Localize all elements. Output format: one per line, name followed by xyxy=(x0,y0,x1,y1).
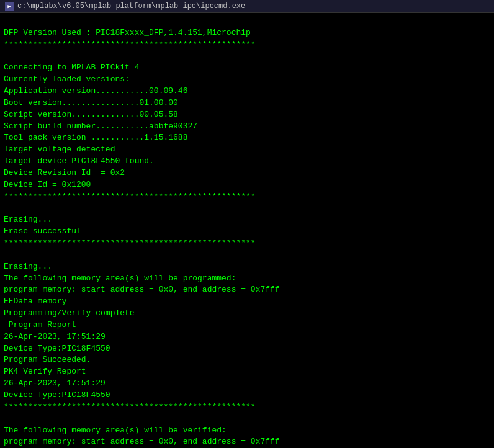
terminal-line: The following memory area(s) will be ver… xyxy=(4,425,490,437)
terminal-line: Device Id = 0x1200 xyxy=(4,179,490,191)
terminal-line-empty xyxy=(4,249,490,261)
terminal-line: Device Type:PIC18F4550 xyxy=(4,390,490,401)
terminal-line: Connecting to MPLAB PICkit 4 xyxy=(4,62,490,74)
terminal-line: Script version..............00.05.58 xyxy=(4,109,490,121)
app-icon: ▶ xyxy=(5,2,14,11)
terminal-line: ****************************************… xyxy=(4,238,490,249)
terminal-line: Device Revision Id = 0x2 xyxy=(4,168,490,179)
terminal-line: Program Succeeded. xyxy=(4,354,490,366)
title-path: c:\mplabx\v6.05\mplab_platform\mplab_ipe… xyxy=(17,2,245,11)
terminal-line: 26-Apr-2023, 17:51:29 xyxy=(4,331,490,343)
terminal-line: Target device PIC18F4550 found. xyxy=(4,156,490,168)
terminal-output: DFP Version Used : PIC18Fxxxx_DFP,1.4.15… xyxy=(0,13,494,446)
terminal-line: ****************************************… xyxy=(4,401,490,413)
terminal-line: Boot version................01.00.00 xyxy=(4,97,490,109)
terminal-line: ****************************************… xyxy=(4,191,490,203)
terminal-line: Erasing... xyxy=(4,214,490,226)
terminal-line: ****************************************… xyxy=(4,39,490,51)
terminal-line: Erase successful xyxy=(4,226,490,238)
terminal-line-empty xyxy=(4,413,490,425)
terminal-line: 26-Apr-2023, 17:51:29 xyxy=(4,378,490,390)
terminal-line: DFP Version Used : PIC18Fxxxx_DFP,1.4.15… xyxy=(4,27,490,39)
terminal-line-empty xyxy=(4,51,490,63)
terminal-line: The following memory area(s) will be pro… xyxy=(4,273,490,285)
terminal-line: PK4 Verify Report xyxy=(4,366,490,378)
terminal-line: Target voltage detected xyxy=(4,144,490,156)
terminal-line: Programming/Verify complete xyxy=(4,308,490,320)
terminal-line: program memory: start address = 0x0, end… xyxy=(4,284,490,296)
terminal-line: EEData memory xyxy=(4,296,490,308)
terminal-line: Script build number...........abbfe90327 xyxy=(4,121,490,133)
terminal-line: Erasing... xyxy=(4,261,490,273)
terminal-line: Currently loaded versions: xyxy=(4,74,490,86)
terminal-line-empty xyxy=(4,203,490,215)
terminal-line: program memory: start address = 0x0, end… xyxy=(4,436,490,446)
terminal-line: Device Type:PIC18F4550 xyxy=(4,343,490,355)
terminal-line: Application version...........00.09.46 xyxy=(4,86,490,97)
terminal-line: Program Report xyxy=(4,320,490,331)
terminal-line: Tool pack version ...........1.15.1688 xyxy=(4,132,490,144)
title-bar: ▶ c:\mplabx\v6.05\mplab_platform\mplab_i… xyxy=(0,0,494,13)
